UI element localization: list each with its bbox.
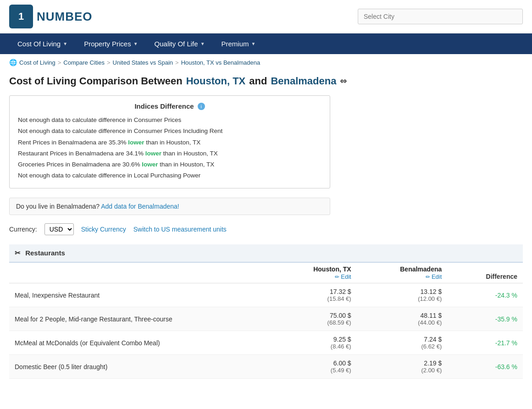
pencil-icon: ✏	[426, 274, 430, 280]
table-row: Domestic Beer (0.5 liter draught) 6.00 $…	[9, 355, 523, 379]
restaurants-label: Restaurants	[25, 249, 65, 257]
item-name: Meal for 2 People, Mid-range Restaurant,…	[9, 307, 266, 331]
breadcrumb-us-vs-spain[interactable]: United States vs Spain	[113, 59, 173, 66]
swap-icon[interactable]: ⇔	[340, 76, 347, 86]
page-title: Cost of Living Comparison Between Housto…	[9, 75, 523, 87]
logo-icon	[9, 5, 33, 28]
diff-value: -63.6 %	[447, 355, 523, 379]
currency-label: Currency:	[9, 226, 37, 233]
city1-name: Houston, TX	[186, 75, 246, 87]
table-row: Meal, Inexpensive Restaurant 17.32 $ (15…	[9, 283, 523, 307]
logo[interactable]: NUMBEO	[9, 5, 93, 28]
city2-value: 7.24 $ (6.62 €)	[357, 331, 448, 355]
city1-edit-link[interactable]: ✏ Edit	[335, 273, 351, 280]
nav-item-premium[interactable]: Premium ▼	[213, 33, 264, 54]
item-name: McMeal at McDonalds (or Equivalent Combo…	[9, 331, 266, 355]
search-container	[358, 9, 523, 24]
logo-text: NUMBEO	[37, 10, 93, 24]
indices-row-6: Not enough data to calculate difference …	[18, 170, 321, 181]
chevron-down-icon: ▼	[133, 41, 138, 46]
city1-value: 6.00 $ (5.49 €)	[266, 355, 357, 379]
header: NUMBEO	[0, 0, 532, 33]
indices-row-4: Restaurant Prices in Benalmadena are 34.…	[18, 148, 321, 159]
diff-value: -24.3 %	[447, 283, 523, 307]
chevron-down-icon: ▼	[251, 41, 256, 46]
nav-item-property-prices[interactable]: Property Prices ▼	[76, 33, 146, 54]
breadcrumb-cities[interactable]: Houston, TX vs Benalmadena	[181, 59, 260, 66]
pencil-icon: ✏	[335, 274, 339, 280]
city1-col-header: Houston, TX ✏ Edit	[266, 262, 357, 283]
diff-value: -21.7 %	[447, 331, 523, 355]
city2-edit-link[interactable]: ✏ Edit	[426, 273, 442, 280]
city1-value: 17.32 $ (15.84 €)	[266, 283, 357, 307]
diff-col-header: Difference	[447, 262, 523, 283]
indices-row-1: Not enough data to calculate difference …	[18, 115, 321, 126]
diff-value: -35.9 %	[447, 307, 523, 331]
breadcrumb-cost-of-living[interactable]: Cost of Living	[19, 59, 55, 66]
nav-item-quality-of-life[interactable]: Quality Of Life ▼	[146, 33, 213, 54]
indices-box: Indices Difference i Not enough data to …	[9, 95, 330, 188]
chevron-down-icon: ▼	[200, 41, 205, 46]
restaurants-section-header: ✂ Restaurants	[9, 244, 523, 262]
indices-row-5: Groceries Prices in Benalmadena are 30.6…	[18, 159, 321, 170]
city2-name: Benalmadena	[271, 75, 336, 87]
utensils-icon: ✂	[15, 249, 21, 257]
currency-row: Currency: USD EUR GBP Sticky Currency Sw…	[9, 223, 523, 235]
add-data-link[interactable]: Add data for Benalmadena!	[101, 203, 179, 210]
breadcrumb-compare-cities[interactable]: Compare Cities	[63, 59, 105, 66]
indices-row-2: Not enough data to calculate difference …	[18, 126, 321, 137]
item-name: Domestic Beer (0.5 liter draught)	[9, 355, 266, 379]
home-icon: 🌐	[9, 59, 17, 66]
city2-value: 48.11 $ (44.00 €)	[357, 307, 448, 331]
chevron-down-icon: ▼	[63, 41, 67, 46]
nav-item-cost-of-living[interactable]: Cost Of Living ▼	[9, 33, 76, 54]
indices-title: Indices Difference	[134, 102, 194, 110]
indices-row-3: Rent Prices in Benalmadena are 35.3% low…	[18, 137, 321, 148]
column-headers: Houston, TX ✏ Edit Benalmadena ✏ Edit Di…	[9, 262, 523, 283]
city1-value: 9.25 $ (8.46 €)	[266, 331, 357, 355]
indices-header: Indices Difference i	[18, 102, 321, 110]
table-row: McMeal at McDonalds (or Equivalent Combo…	[9, 331, 523, 355]
info-icon[interactable]: i	[198, 103, 205, 110]
city2-value: 13.12 $ (12.00 €)	[357, 283, 448, 307]
city1-value: 75.00 $ (68.59 €)	[266, 307, 357, 331]
item-col-header	[9, 262, 266, 283]
breadcrumb: 🌐 Cost of Living > Compare Cities > Unit…	[0, 54, 532, 71]
switch-measurement-link[interactable]: Switch to US measurement units	[133, 226, 227, 233]
city2-value: 2.19 $ (2.00 €)	[357, 355, 448, 379]
main-content: Cost of Living Comparison Between Housto…	[0, 71, 532, 392]
currency-select[interactable]: USD EUR GBP	[44, 223, 74, 235]
indices-rows: Not enough data to calculate difference …	[18, 115, 321, 182]
table-row: Meal for 2 People, Mid-range Restaurant,…	[9, 307, 523, 331]
main-nav: Cost Of Living ▼ Property Prices ▼ Quali…	[0, 33, 532, 54]
comparison-table: ✂ Restaurants Houston, TX ✏ Edit Benalma…	[9, 244, 523, 379]
sticky-currency-link[interactable]: Sticky Currency	[81, 226, 126, 233]
search-input[interactable]	[358, 9, 523, 24]
item-name: Meal, Inexpensive Restaurant	[9, 283, 266, 307]
add-data-banner: Do you live in Benalmadena? Add data for…	[9, 198, 330, 215]
add-data-prompt: Do you live in Benalmadena?	[16, 203, 100, 210]
city2-col-header: Benalmadena ✏ Edit	[357, 262, 448, 283]
